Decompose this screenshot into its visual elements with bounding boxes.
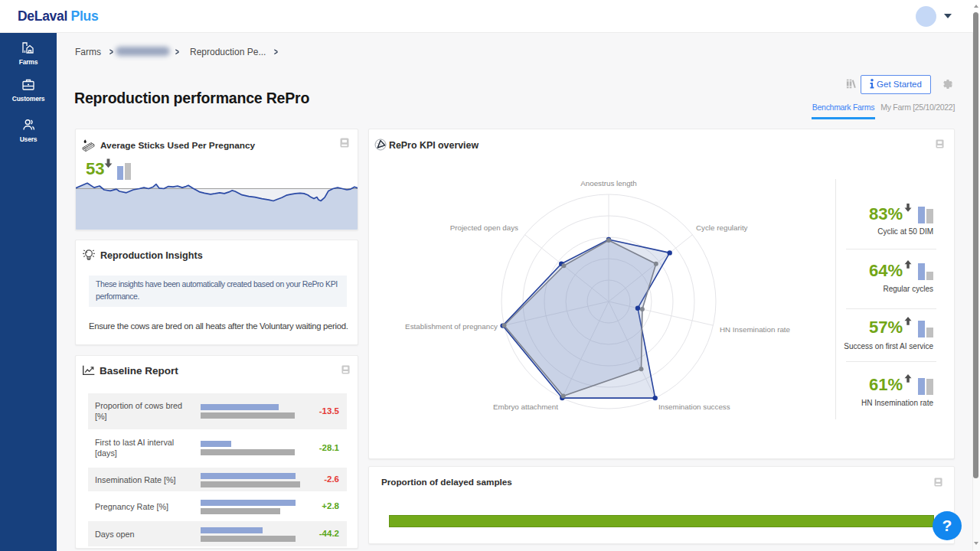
svg-text:HN Insemination rate: HN Insemination rate [720,325,791,334]
svg-text:Establishment of pregnancy: Establishment of pregnancy [405,322,498,331]
svg-text:Cycle regularity: Cycle regularity [696,223,748,232]
svg-text:Projected open days: Projected open days [450,223,518,232]
svg-text:Insemination success: Insemination success [658,403,730,411]
svg-text:Anoestrus length: Anoestrus length [580,179,637,187]
svg-text:Embryo attachment: Embryo attachment [493,403,558,411]
